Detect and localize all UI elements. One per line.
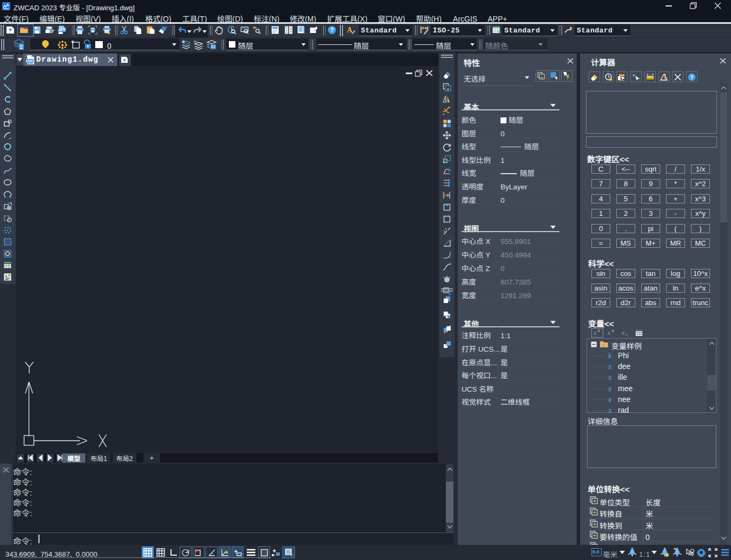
svg-text:+: + bbox=[611, 329, 614, 334]
svg-text:A: A bbox=[347, 26, 353, 34]
svg-text:x: x bbox=[608, 363, 612, 371]
svg-text:?: ? bbox=[330, 27, 334, 33]
svg-text:x: x bbox=[625, 332, 628, 337]
svg-text:x: x bbox=[607, 329, 611, 337]
svg-text:DWG: DWG bbox=[26, 59, 34, 63]
svg-text:k: k bbox=[608, 352, 612, 360]
svg-text:x: x bbox=[608, 373, 612, 381]
svg-text:x: x bbox=[608, 385, 612, 393]
svg-text:+: + bbox=[597, 329, 600, 334]
svg-text:?: ? bbox=[690, 74, 693, 80]
svg-text:x: x bbox=[608, 406, 612, 414]
svg-text:x: x bbox=[621, 329, 625, 337]
svg-text:x: x bbox=[593, 329, 597, 337]
svg-text:x: x bbox=[608, 396, 612, 404]
svg-text:x: x bbox=[602, 342, 605, 348]
